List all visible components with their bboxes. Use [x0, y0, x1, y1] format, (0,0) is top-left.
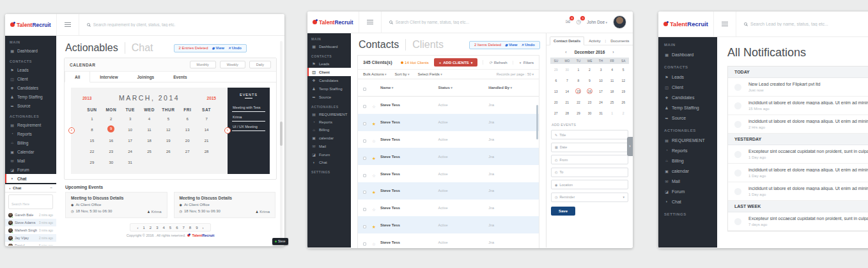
sidebar-item-mail[interactable]: ✉Mail — [307, 142, 351, 150]
notification-item[interactable]: incididunt ut labore et dolore magna ali… — [728, 97, 868, 115]
calendar-date[interactable]: 22 — [82, 146, 102, 157]
calendar-date[interactable]: 26 — [617, 97, 629, 107]
sidebar-item-candidates[interactable]: ❖Candidates — [5, 83, 56, 92]
select-fields-dropdown[interactable]: Select Fields — [418, 72, 442, 76]
upcoming-event-card[interactable]: Meeting to Discuss Details◉At Client Off… — [65, 192, 167, 218]
calendar-date[interactable]: 7 — [562, 75, 573, 86]
app-logo[interactable]: TalentRecruit — [5, 22, 56, 28]
calendar-date[interactable]: 26 — [159, 146, 178, 157]
sidebar-item-dashboard[interactable]: ▦Dashboard — [658, 49, 717, 59]
tab-joinings[interactable]: Joinings — [128, 72, 164, 82]
calendar-date[interactable]: 12 — [617, 75, 629, 86]
calendar-date[interactable]: 27 — [550, 107, 562, 118]
calendar-date[interactable]: 13 — [178, 124, 197, 135]
star-outline-icon[interactable]: ☆ — [372, 139, 376, 143]
sidebar-item-requirement[interactable]: ▤REQUIREMENT — [307, 110, 351, 118]
notification-item[interactable]: incididunt ut labore et dolore magna ali… — [728, 182, 868, 201]
tab-interview[interactable]: Interview — [90, 72, 127, 82]
calendar-date[interactable]: 3 — [121, 113, 140, 124]
sidebar-item-leads[interactable]: ⚑Leads — [307, 59, 351, 68]
calendar-date[interactable]: 24 — [121, 146, 140, 157]
calendar-date[interactable]: 1 — [607, 107, 618, 118]
chat-user-row[interactable]: Gareth Bale2 mins ago — [5, 211, 56, 219]
calendar-date[interactable]: 1 — [573, 64, 584, 75]
calendar-date[interactable]: 16 — [102, 135, 121, 146]
calendar-date[interactable]: 4 — [140, 113, 159, 124]
sidebar-item-calendar[interactable]: ▣calendar — [307, 134, 351, 142]
row-checkbox[interactable] — [363, 157, 366, 160]
row-checkbox[interactable] — [363, 191, 366, 194]
next-year-link[interactable]: 2015 — [207, 96, 216, 100]
sidebar-item-forum[interactable]: ◪Forum — [5, 165, 56, 174]
calendar-date[interactable]: 13 — [550, 86, 562, 97]
row-checkbox[interactable] — [363, 105, 366, 108]
view-button-daily[interactable]: Daily — [249, 61, 271, 68]
chat-user-row[interactable]: Jay Vijay2 mins ago — [5, 234, 56, 242]
table-row[interactable]: ☆Steve TessActiveJna — [358, 131, 539, 148]
calendar-date[interactable]: 6 — [550, 75, 562, 86]
sidebar-item-temp-staffing[interactable]: ♟Temp Staffing — [5, 92, 56, 101]
sidebar-item-chat[interactable]: ◗Chat — [658, 196, 717, 207]
star-filled-icon[interactable]: ★ — [372, 122, 376, 126]
calendar-date-circled[interactable]: 15 — [575, 88, 581, 94]
calendar-date[interactable]: 14 — [197, 124, 216, 135]
search-input[interactable] — [396, 20, 552, 24]
add-clients-button[interactable]: ADD CLIENTS — [434, 58, 477, 67]
pager-page[interactable]: 1 — [143, 226, 144, 230]
pager-page[interactable]: 4 — [162, 226, 164, 230]
calendar-date[interactable]: 18 — [140, 135, 159, 146]
user-menu[interactable]: John Doe — [587, 20, 607, 24]
calendar-date[interactable]: 28 — [197, 146, 216, 157]
calendar-date[interactable]: 15 — [82, 135, 102, 146]
pager-page[interactable]: 6 — [176, 226, 178, 230]
chat-user-row[interactable]: Steve Adams3 mins ago — [5, 219, 56, 226]
sidebar-item-billing[interactable]: ⌂Billing — [307, 126, 351, 134]
sidebar-item-reports[interactable]: ◔Reports — [5, 129, 56, 138]
notification-item[interactable]: incididunt ut labore et dolore magna ali… — [728, 164, 868, 182]
chat-user-row[interactable]: Daniel5 mins ago — [5, 242, 56, 246]
calendar-date[interactable]: 21 — [197, 135, 216, 146]
star-filled-icon[interactable]: ★ — [372, 190, 376, 194]
table-row[interactable]: ☆Steve TessActiveJna — [358, 97, 539, 114]
calendar-date[interactable]: 3 — [595, 64, 607, 75]
calendar-date[interactable]: 31 — [121, 157, 140, 168]
calendar-date[interactable]: 12 — [159, 124, 178, 135]
sidebar-item-requirement[interactable]: ▤REQUIREMENT — [658, 135, 717, 145]
sidebar-item-reports[interactable]: ◔Reports — [658, 145, 717, 155]
table-row[interactable]: ☆Steve TessActiveJna — [358, 233, 539, 248]
pager-page[interactable]: 2 — [150, 226, 151, 230]
sidebar-item-billing[interactable]: ⌂Billing — [658, 155, 717, 166]
calendar-date[interactable]: 22 — [573, 97, 584, 107]
calendar-date[interactable]: 2 — [102, 113, 121, 124]
page-title-secondary[interactable]: Clients — [405, 39, 444, 51]
calendar-date[interactable]: 23 — [102, 146, 121, 157]
table-row[interactable]: ★Steve TessActiveJna — [358, 182, 539, 200]
column-header-status[interactable]: Status — [438, 86, 488, 90]
calendar-date[interactable]: 11 — [140, 124, 159, 135]
table-row[interactable]: ☆Steve TessActiveJna — [358, 165, 539, 182]
event-item[interactable]: UI / UX Meeting — [232, 122, 265, 131]
bulk-actions-dropdown[interactable]: Bulk Actions — [363, 72, 387, 76]
sidebar-item-chat[interactable]: ◗Chat — [307, 159, 351, 166]
sidebar-item-calendar[interactable]: ▣Calendar — [5, 147, 56, 156]
app-logo[interactable]: TalentRecruit — [307, 19, 359, 26]
sidebar-item-candidates[interactable]: ❖Candidates — [658, 92, 717, 102]
calendar-date[interactable]: 7 — [197, 113, 216, 124]
calendar-date[interactable]: 27 — [178, 146, 197, 157]
calendar-date[interactable]: 8 — [82, 124, 102, 135]
calendar-date[interactable]: 11 — [607, 75, 618, 86]
calendar-date[interactable]: 28 — [562, 107, 573, 118]
calendar-next-icon[interactable]: › — [612, 50, 614, 54]
calendar-date[interactable]: 30 — [584, 107, 596, 118]
calendar-date[interactable]: 8 — [573, 75, 584, 86]
pager-next-icon[interactable]: › — [203, 226, 204, 230]
calendar-date[interactable]: 2 — [617, 107, 629, 118]
upcoming-event-card[interactable]: Meeting to Discuss Details◉At Client Off… — [174, 192, 276, 218]
notification-item[interactable]: Excepteur sint occaecat cupidatat non pr… — [728, 145, 868, 164]
prev-year-link[interactable]: 2013 — [82, 96, 91, 100]
calendar-date[interactable]: 30 — [102, 157, 121, 168]
calendar-date[interactable]: 20 — [550, 97, 562, 107]
pager-page[interactable]: 8 — [189, 226, 191, 230]
calendar-date[interactable]: 10 — [595, 75, 607, 86]
avatar[interactable] — [613, 15, 626, 29]
